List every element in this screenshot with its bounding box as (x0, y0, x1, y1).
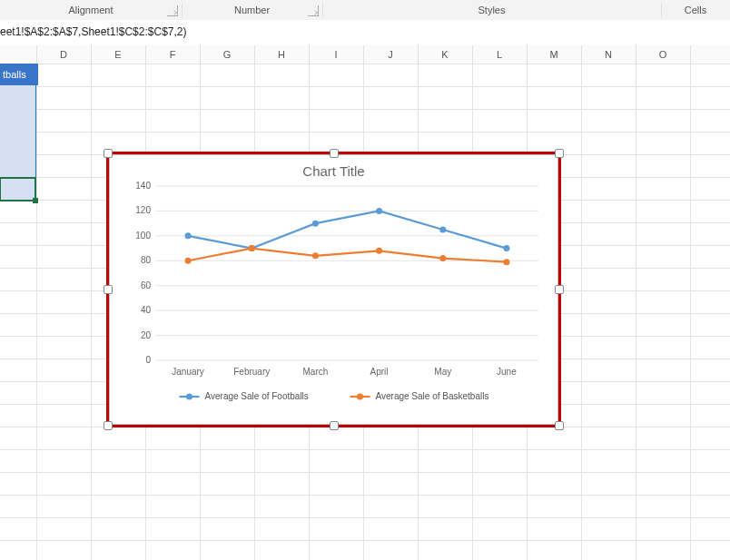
ribbon-group-label: Alignment (69, 5, 113, 15)
column-header[interactable]: O (636, 45, 691, 64)
svg-point-31 (376, 248, 382, 254)
svg-point-25 (376, 208, 382, 214)
svg-text:Average Sale of Basketballs: Average Sale of Basketballs (376, 391, 489, 401)
active-cell (0, 177, 36, 201)
svg-text:60: 60 (141, 280, 152, 290)
column-header[interactable]: H (254, 45, 310, 64)
svg-point-33 (503, 259, 509, 265)
resize-handle-s[interactable] (330, 421, 339, 430)
column-header[interactable]: F (145, 45, 201, 64)
column-header[interactable]: I (309, 45, 364, 64)
chart-plot: 020406080100120140JanuaryFebruaryMarchAp… (113, 179, 555, 413)
column-header[interactable]: D (36, 45, 92, 64)
svg-text:140: 140 (135, 181, 151, 191)
column-header[interactable] (690, 45, 730, 64)
resize-handle-sw[interactable] (104, 421, 113, 430)
ribbon-group-alignment[interactable]: Alignment (0, 0, 182, 20)
column-header[interactable]: L (472, 45, 528, 64)
svg-text:0: 0 (145, 355, 151, 365)
svg-text:May: May (434, 367, 451, 377)
ribbon-group-label: Cells (685, 5, 706, 15)
svg-text:March: March (303, 367, 329, 377)
svg-point-38 (357, 394, 363, 400)
ribbon-group-label: Styles (478, 5, 506, 15)
svg-point-28 (185, 258, 192, 264)
resize-handle-n[interactable] (330, 149, 339, 158)
svg-point-32 (439, 255, 446, 261)
ribbon-group-label: Number (234, 5, 270, 15)
svg-text:80: 80 (141, 255, 152, 265)
column-header[interactable]: E (91, 45, 146, 64)
svg-point-26 (439, 227, 446, 233)
column-header-row: D E F G H I J K L M N O (0, 45, 730, 64)
svg-point-22 (185, 232, 192, 239)
svg-text:100: 100 (135, 231, 151, 241)
cell-content-truncated: tballs (0, 64, 38, 85)
resize-handle-se[interactable] (555, 421, 564, 430)
svg-point-27 (503, 245, 509, 251)
formula-bar[interactable]: eet1!$A$2:$A$7,Sheet1!$C$2:$C$7,2) (0, 20, 730, 46)
ribbon-group-number[interactable]: Number (182, 0, 322, 20)
resize-handle-nw[interactable] (104, 149, 113, 158)
svg-point-24 (312, 221, 319, 227)
svg-text:Average Sale of Footballs: Average Sale of Footballs (205, 391, 309, 401)
svg-point-35 (186, 394, 192, 400)
column-header[interactable]: N (581, 45, 636, 64)
ribbon-groups: Alignment Number Styles Cells (0, 0, 730, 21)
column-header[interactable]: G (200, 45, 255, 64)
svg-text:120: 120 (135, 205, 151, 215)
resize-handle-e[interactable] (555, 285, 564, 294)
chart-object[interactable]: Chart Title 020406080100120140JanuaryFeb… (106, 152, 561, 427)
dialog-launcher-icon[interactable] (167, 5, 178, 16)
chart-title[interactable]: Chart Title (113, 163, 555, 179)
svg-point-30 (312, 252, 319, 259)
ribbon-group-cells[interactable]: Cells (661, 0, 730, 20)
chart-inner: Chart Title 020406080100120140JanuaryFeb… (113, 158, 555, 421)
svg-text:April: April (370, 367, 389, 377)
resize-handle-w[interactable] (104, 285, 113, 294)
svg-text:40: 40 (141, 305, 152, 315)
column-header[interactable]: J (363, 45, 419, 64)
fill-handle[interactable] (33, 198, 38, 203)
ribbon-group-styles[interactable]: Styles (322, 0, 661, 20)
svg-point-29 (249, 245, 255, 251)
formula-bar-content: eet1!$A$2:$A$7,Sheet1!$C$2:$C$7,2) (0, 25, 187, 38)
resize-handle-ne[interactable] (555, 149, 564, 158)
svg-text:20: 20 (141, 330, 152, 340)
svg-text:January: January (172, 367, 204, 377)
column-header-stub[interactable] (0, 45, 37, 64)
dialog-launcher-icon[interactable] (308, 5, 319, 16)
column-header[interactable]: M (527, 45, 582, 64)
svg-text:February: February (233, 367, 270, 377)
column-header[interactable]: K (418, 45, 473, 64)
worksheet-grid[interactable]: D E F G H I J K L M N O tballs (0, 45, 730, 560)
cells-area[interactable]: tballs Chart Title 020406080100120140Jan… (0, 64, 730, 560)
svg-text:June: June (497, 367, 517, 377)
